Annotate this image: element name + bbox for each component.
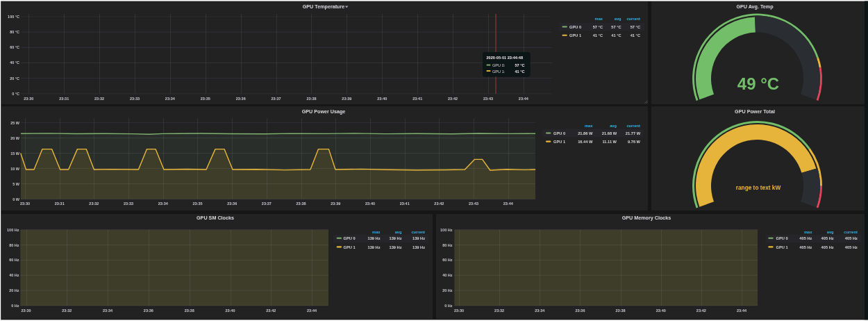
svg-text:23:38: 23:38 bbox=[616, 308, 626, 313]
svg-text:range to text kW: range to text kW bbox=[736, 184, 781, 191]
svg-text:GPU 1: GPU 1 bbox=[344, 245, 356, 249]
svg-text:20 Hz: 20 Hz bbox=[442, 288, 453, 293]
svg-text:GPU 1: GPU 1 bbox=[553, 140, 565, 144]
svg-text:41 °C: 41 °C bbox=[593, 33, 603, 38]
svg-text:23:33: 23:33 bbox=[124, 201, 133, 206]
svg-text:max: max bbox=[595, 17, 603, 21]
svg-text:GPU SM Clocks: GPU SM Clocks bbox=[197, 215, 234, 221]
svg-text:GPU 1: GPU 1 bbox=[569, 33, 581, 38]
svg-text:139 Hz: 139 Hz bbox=[367, 245, 380, 249]
svg-text:23:41: 23:41 bbox=[412, 97, 422, 101]
svg-text:23:38: 23:38 bbox=[306, 97, 316, 101]
svg-text:15 W: 15 W bbox=[10, 151, 20, 156]
svg-text:23:42: 23:42 bbox=[696, 308, 706, 313]
svg-text:23:34: 23:34 bbox=[165, 97, 176, 101]
svg-text:40 Hz: 40 Hz bbox=[442, 273, 453, 277]
svg-text:23:44: 23:44 bbox=[503, 201, 514, 206]
svg-text:23:38: 23:38 bbox=[185, 308, 194, 313]
svg-text:avg: avg bbox=[395, 230, 402, 234]
svg-text:23:37: 23:37 bbox=[262, 201, 272, 206]
svg-text:GPU 0: GPU 0 bbox=[776, 236, 788, 240]
svg-text:GPU 1:: GPU 1: bbox=[492, 69, 506, 74]
svg-text:23:44: 23:44 bbox=[307, 308, 317, 313]
svg-text:41 °C: 41 °C bbox=[515, 69, 524, 74]
svg-text:23:36: 23:36 bbox=[575, 308, 585, 313]
svg-text:23:41: 23:41 bbox=[400, 201, 410, 206]
svg-text:23:43: 23:43 bbox=[469, 201, 478, 206]
svg-text:GPU 0: GPU 0 bbox=[553, 131, 565, 135]
svg-text:23:38: 23:38 bbox=[297, 201, 306, 206]
svg-text:405 Hz: 405 Hz bbox=[845, 236, 858, 240]
svg-text:0 °C: 0 °C bbox=[12, 92, 19, 96]
svg-text:40 °C: 40 °C bbox=[10, 60, 19, 65]
svg-text:23:34: 23:34 bbox=[158, 201, 169, 206]
svg-text:57 °C: 57 °C bbox=[593, 25, 603, 29]
svg-text:23:30: 23:30 bbox=[20, 201, 30, 206]
svg-text:23:40: 23:40 bbox=[377, 97, 387, 101]
svg-text:100 Hz: 100 Hz bbox=[440, 228, 453, 232]
svg-text:20 °C: 20 °C bbox=[10, 76, 19, 81]
svg-text:16.44 W: 16.44 W bbox=[578, 140, 593, 144]
svg-text:23:44: 23:44 bbox=[737, 308, 747, 313]
svg-text:23:37: 23:37 bbox=[272, 97, 281, 101]
svg-text:23:32: 23:32 bbox=[62, 308, 72, 313]
svg-text:23:36: 23:36 bbox=[236, 97, 246, 101]
svg-text:23:30: 23:30 bbox=[24, 97, 33, 101]
svg-text:80 Hz: 80 Hz bbox=[9, 243, 19, 247]
svg-text:23:31: 23:31 bbox=[59, 97, 69, 101]
svg-text:405 Hz: 405 Hz bbox=[821, 245, 834, 249]
svg-text:21.68 W: 21.68 W bbox=[602, 131, 617, 135]
svg-text:60 °C: 60 °C bbox=[10, 45, 19, 49]
svg-text:41 °C: 41 °C bbox=[631, 33, 640, 38]
svg-text:23:32: 23:32 bbox=[89, 201, 99, 206]
svg-text:139 Hz: 139 Hz bbox=[367, 236, 380, 240]
svg-text:GPU 0: GPU 0 bbox=[344, 236, 356, 240]
svg-text:0 Hz: 0 Hz bbox=[11, 304, 19, 308]
svg-text:405 Hz: 405 Hz bbox=[821, 236, 834, 240]
svg-text:current: current bbox=[626, 17, 640, 21]
svg-text:139 Hz: 139 Hz bbox=[412, 236, 425, 240]
svg-text:20 Hz: 20 Hz bbox=[9, 288, 19, 293]
svg-text:60 Hz: 60 Hz bbox=[9, 258, 19, 262]
svg-text:23:30: 23:30 bbox=[454, 308, 464, 313]
svg-text:23:32: 23:32 bbox=[494, 308, 504, 313]
svg-text:0 W: 0 W bbox=[12, 197, 20, 201]
svg-text:80 °C: 80 °C bbox=[10, 30, 19, 34]
svg-text:80 Hz: 80 Hz bbox=[442, 243, 453, 247]
svg-text:405 Hz: 405 Hz bbox=[845, 245, 858, 249]
svg-text:49 °C: 49 °C bbox=[737, 74, 779, 93]
svg-text:GPU 0:: GPU 0: bbox=[492, 63, 506, 67]
svg-text:139 Hz: 139 Hz bbox=[389, 236, 401, 240]
svg-text:21.86 W: 21.86 W bbox=[578, 131, 593, 135]
svg-text:21.77 W: 21.77 W bbox=[626, 131, 641, 135]
svg-text:max: max bbox=[804, 230, 812, 234]
svg-text:max: max bbox=[585, 124, 593, 128]
svg-text:23:33: 23:33 bbox=[130, 97, 140, 101]
svg-text:GPU Power Total: GPU Power Total bbox=[735, 108, 775, 115]
svg-text:23:39: 23:39 bbox=[342, 97, 351, 101]
svg-text:23:42: 23:42 bbox=[266, 308, 276, 313]
svg-text:GPU 0: GPU 0 bbox=[569, 25, 581, 29]
svg-text:40 Hz: 40 Hz bbox=[9, 273, 19, 277]
svg-text:23:35: 23:35 bbox=[201, 97, 210, 101]
svg-text:23:32: 23:32 bbox=[94, 97, 104, 101]
svg-text:100 Hz: 100 Hz bbox=[7, 228, 19, 232]
svg-text:max: max bbox=[372, 230, 381, 234]
svg-text:25 W: 25 W bbox=[10, 121, 20, 125]
svg-text:60 Hz: 60 Hz bbox=[442, 258, 453, 262]
svg-text:23:39: 23:39 bbox=[331, 201, 340, 206]
svg-text:GPU Temperature: GPU Temperature bbox=[303, 3, 345, 10]
svg-text:5 W: 5 W bbox=[12, 182, 20, 186]
svg-text:23:40: 23:40 bbox=[225, 308, 235, 313]
svg-text:100 °C: 100 °C bbox=[8, 15, 19, 19]
svg-text:23:34: 23:34 bbox=[103, 308, 113, 313]
svg-text:GPU Avg. Temp: GPU Avg. Temp bbox=[736, 3, 774, 10]
svg-text:20 W: 20 W bbox=[10, 136, 20, 140]
svg-text:57 °C: 57 °C bbox=[611, 25, 621, 29]
svg-text:139 Hz: 139 Hz bbox=[389, 245, 401, 249]
svg-text:avg: avg bbox=[827, 230, 834, 234]
svg-text:23:44: 23:44 bbox=[519, 97, 529, 101]
svg-text:2020-05-01 23:44:48: 2020-05-01 23:44:48 bbox=[487, 56, 524, 60]
svg-text:23:42: 23:42 bbox=[448, 97, 458, 101]
svg-text:23:40: 23:40 bbox=[365, 201, 375, 206]
